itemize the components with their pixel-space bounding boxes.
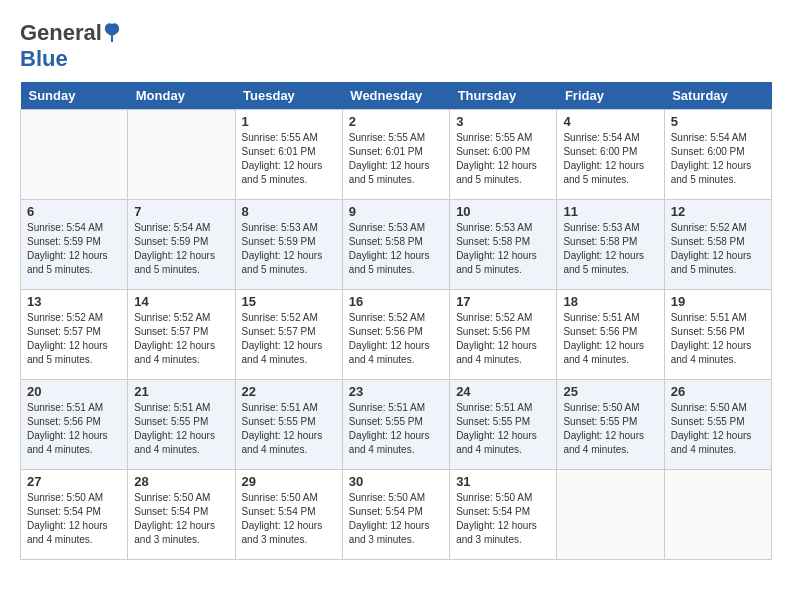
day-number: 28 bbox=[134, 474, 228, 489]
calendar-cell: 22Sunrise: 5:51 AM Sunset: 5:55 PM Dayli… bbox=[235, 380, 342, 470]
calendar-cell: 2Sunrise: 5:55 AM Sunset: 6:01 PM Daylig… bbox=[342, 110, 449, 200]
day-info: Sunrise: 5:55 AM Sunset: 6:01 PM Dayligh… bbox=[242, 131, 336, 187]
day-info: Sunrise: 5:55 AM Sunset: 6:01 PM Dayligh… bbox=[349, 131, 443, 187]
day-number: 3 bbox=[456, 114, 550, 129]
day-number: 19 bbox=[671, 294, 765, 309]
day-info: Sunrise: 5:53 AM Sunset: 5:59 PM Dayligh… bbox=[242, 221, 336, 277]
day-number: 1 bbox=[242, 114, 336, 129]
day-number: 9 bbox=[349, 204, 443, 219]
calendar-cell: 20Sunrise: 5:51 AM Sunset: 5:56 PM Dayli… bbox=[21, 380, 128, 470]
day-info: Sunrise: 5:51 AM Sunset: 5:55 PM Dayligh… bbox=[134, 401, 228, 457]
day-info: Sunrise: 5:54 AM Sunset: 6:00 PM Dayligh… bbox=[563, 131, 657, 187]
calendar-cell: 6Sunrise: 5:54 AM Sunset: 5:59 PM Daylig… bbox=[21, 200, 128, 290]
day-info: Sunrise: 5:52 AM Sunset: 5:57 PM Dayligh… bbox=[134, 311, 228, 367]
day-number: 20 bbox=[27, 384, 121, 399]
day-number: 25 bbox=[563, 384, 657, 399]
day-number: 7 bbox=[134, 204, 228, 219]
day-info: Sunrise: 5:51 AM Sunset: 5:55 PM Dayligh… bbox=[349, 401, 443, 457]
weekday-header-saturday: Saturday bbox=[664, 82, 771, 110]
calendar-cell: 16Sunrise: 5:52 AM Sunset: 5:56 PM Dayli… bbox=[342, 290, 449, 380]
calendar-cell: 7Sunrise: 5:54 AM Sunset: 5:59 PM Daylig… bbox=[128, 200, 235, 290]
day-number: 24 bbox=[456, 384, 550, 399]
day-number: 6 bbox=[27, 204, 121, 219]
weekday-header-thursday: Thursday bbox=[450, 82, 557, 110]
day-info: Sunrise: 5:50 AM Sunset: 5:54 PM Dayligh… bbox=[349, 491, 443, 547]
calendar-cell: 1Sunrise: 5:55 AM Sunset: 6:01 PM Daylig… bbox=[235, 110, 342, 200]
day-info: Sunrise: 5:52 AM Sunset: 5:57 PM Dayligh… bbox=[27, 311, 121, 367]
day-number: 23 bbox=[349, 384, 443, 399]
day-info: Sunrise: 5:53 AM Sunset: 5:58 PM Dayligh… bbox=[349, 221, 443, 277]
day-info: Sunrise: 5:54 AM Sunset: 6:00 PM Dayligh… bbox=[671, 131, 765, 187]
weekday-header-monday: Monday bbox=[128, 82, 235, 110]
day-info: Sunrise: 5:50 AM Sunset: 5:54 PM Dayligh… bbox=[242, 491, 336, 547]
day-number: 10 bbox=[456, 204, 550, 219]
day-number: 22 bbox=[242, 384, 336, 399]
day-info: Sunrise: 5:50 AM Sunset: 5:54 PM Dayligh… bbox=[134, 491, 228, 547]
day-number: 16 bbox=[349, 294, 443, 309]
week-row-3: 13Sunrise: 5:52 AM Sunset: 5:57 PM Dayli… bbox=[21, 290, 772, 380]
day-info: Sunrise: 5:50 AM Sunset: 5:54 PM Dayligh… bbox=[27, 491, 121, 547]
day-number: 31 bbox=[456, 474, 550, 489]
weekday-header-tuesday: Tuesday bbox=[235, 82, 342, 110]
calendar-cell: 28Sunrise: 5:50 AM Sunset: 5:54 PM Dayli… bbox=[128, 470, 235, 560]
calendar-cell bbox=[557, 470, 664, 560]
calendar-table: SundayMondayTuesdayWednesdayThursdayFrid… bbox=[20, 82, 772, 560]
calendar-cell: 3Sunrise: 5:55 AM Sunset: 6:00 PM Daylig… bbox=[450, 110, 557, 200]
day-number: 27 bbox=[27, 474, 121, 489]
day-number: 2 bbox=[349, 114, 443, 129]
weekday-header-wednesday: Wednesday bbox=[342, 82, 449, 110]
day-number: 29 bbox=[242, 474, 336, 489]
weekday-header-row: SundayMondayTuesdayWednesdayThursdayFrid… bbox=[21, 82, 772, 110]
calendar-cell: 14Sunrise: 5:52 AM Sunset: 5:57 PM Dayli… bbox=[128, 290, 235, 380]
calendar-cell: 17Sunrise: 5:52 AM Sunset: 5:56 PM Dayli… bbox=[450, 290, 557, 380]
day-number: 18 bbox=[563, 294, 657, 309]
day-info: Sunrise: 5:54 AM Sunset: 5:59 PM Dayligh… bbox=[27, 221, 121, 277]
day-number: 12 bbox=[671, 204, 765, 219]
weekday-header-friday: Friday bbox=[557, 82, 664, 110]
logo-general-text: General bbox=[20, 20, 102, 46]
calendar-cell: 5Sunrise: 5:54 AM Sunset: 6:00 PM Daylig… bbox=[664, 110, 771, 200]
day-number: 13 bbox=[27, 294, 121, 309]
calendar-cell: 19Sunrise: 5:51 AM Sunset: 5:56 PM Dayli… bbox=[664, 290, 771, 380]
calendar-cell bbox=[664, 470, 771, 560]
day-info: Sunrise: 5:52 AM Sunset: 5:56 PM Dayligh… bbox=[456, 311, 550, 367]
calendar-cell: 26Sunrise: 5:50 AM Sunset: 5:55 PM Dayli… bbox=[664, 380, 771, 470]
calendar-cell: 24Sunrise: 5:51 AM Sunset: 5:55 PM Dayli… bbox=[450, 380, 557, 470]
week-row-5: 27Sunrise: 5:50 AM Sunset: 5:54 PM Dayli… bbox=[21, 470, 772, 560]
day-info: Sunrise: 5:51 AM Sunset: 5:56 PM Dayligh… bbox=[671, 311, 765, 367]
day-number: 5 bbox=[671, 114, 765, 129]
day-info: Sunrise: 5:53 AM Sunset: 5:58 PM Dayligh… bbox=[456, 221, 550, 277]
week-row-1: 1Sunrise: 5:55 AM Sunset: 6:01 PM Daylig… bbox=[21, 110, 772, 200]
day-number: 17 bbox=[456, 294, 550, 309]
calendar-cell bbox=[128, 110, 235, 200]
day-number: 26 bbox=[671, 384, 765, 399]
weekday-header-sunday: Sunday bbox=[21, 82, 128, 110]
calendar-cell: 21Sunrise: 5:51 AM Sunset: 5:55 PM Dayli… bbox=[128, 380, 235, 470]
logo-bird-icon bbox=[103, 22, 121, 44]
logo-blue-text: Blue bbox=[20, 46, 68, 71]
week-row-4: 20Sunrise: 5:51 AM Sunset: 5:56 PM Dayli… bbox=[21, 380, 772, 470]
calendar-cell: 9Sunrise: 5:53 AM Sunset: 5:58 PM Daylig… bbox=[342, 200, 449, 290]
day-info: Sunrise: 5:52 AM Sunset: 5:57 PM Dayligh… bbox=[242, 311, 336, 367]
day-info: Sunrise: 5:52 AM Sunset: 5:58 PM Dayligh… bbox=[671, 221, 765, 277]
page-header: General Blue bbox=[20, 20, 772, 72]
day-info: Sunrise: 5:50 AM Sunset: 5:54 PM Dayligh… bbox=[456, 491, 550, 547]
day-info: Sunrise: 5:51 AM Sunset: 5:56 PM Dayligh… bbox=[563, 311, 657, 367]
day-number: 15 bbox=[242, 294, 336, 309]
day-number: 21 bbox=[134, 384, 228, 399]
calendar-cell: 12Sunrise: 5:52 AM Sunset: 5:58 PM Dayli… bbox=[664, 200, 771, 290]
day-number: 11 bbox=[563, 204, 657, 219]
calendar-cell: 13Sunrise: 5:52 AM Sunset: 5:57 PM Dayli… bbox=[21, 290, 128, 380]
calendar-cell: 23Sunrise: 5:51 AM Sunset: 5:55 PM Dayli… bbox=[342, 380, 449, 470]
calendar-cell bbox=[21, 110, 128, 200]
calendar-cell: 8Sunrise: 5:53 AM Sunset: 5:59 PM Daylig… bbox=[235, 200, 342, 290]
day-info: Sunrise: 5:50 AM Sunset: 5:55 PM Dayligh… bbox=[671, 401, 765, 457]
day-number: 14 bbox=[134, 294, 228, 309]
day-info: Sunrise: 5:51 AM Sunset: 5:55 PM Dayligh… bbox=[456, 401, 550, 457]
calendar-cell: 31Sunrise: 5:50 AM Sunset: 5:54 PM Dayli… bbox=[450, 470, 557, 560]
calendar-cell: 18Sunrise: 5:51 AM Sunset: 5:56 PM Dayli… bbox=[557, 290, 664, 380]
day-info: Sunrise: 5:51 AM Sunset: 5:56 PM Dayligh… bbox=[27, 401, 121, 457]
logo: General Blue bbox=[20, 20, 122, 72]
day-number: 30 bbox=[349, 474, 443, 489]
week-row-2: 6Sunrise: 5:54 AM Sunset: 5:59 PM Daylig… bbox=[21, 200, 772, 290]
